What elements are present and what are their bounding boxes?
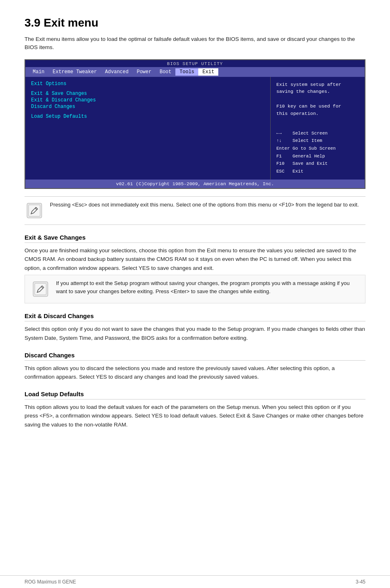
bios-nav-extreme[interactable]: Extreme Tweaker xyxy=(49,68,101,76)
intro-text: The Exit menu items allow you to load th… xyxy=(25,35,365,52)
bios-nav-advanced[interactable]: Advanced xyxy=(101,68,133,76)
pen-icon xyxy=(25,202,43,220)
bios-menu-load-defaults[interactable]: Load Setup Defaults xyxy=(31,114,264,119)
bios-menu-discard-changes[interactable]: Discard Changes xyxy=(31,104,264,110)
bios-right-panel: Exit system setup aftersaving the change… xyxy=(271,77,365,180)
bios-nav-power[interactable]: Power xyxy=(132,68,155,76)
page-title: 3.9 Exit menu xyxy=(25,16,365,29)
bios-navbar: Main Extreme Tweaker Advanced Power Boot… xyxy=(25,67,365,77)
bios-nav-main[interactable]: Main xyxy=(29,68,49,76)
heading-exit-discard: Exit & Discard Changes xyxy=(25,312,365,321)
bios-menu-exit-discard[interactable]: Exit & Discard Changes xyxy=(31,97,264,103)
sections-container: Exit & Save Changes Once you are finishe… xyxy=(25,234,365,429)
body-exit-save: Once you are finished making your select… xyxy=(25,246,365,273)
body-discard: This option allows you to discard the se… xyxy=(25,364,365,382)
footer-right: 3-45 xyxy=(356,579,365,585)
body-exit-discard: Select this option only if you do not wa… xyxy=(25,325,365,342)
bios-legend: ←→ Select Screen ↑↓ Select Item Enter Go… xyxy=(276,130,359,175)
page-footer: ROG Maximus II GENE 3-45 xyxy=(0,575,390,588)
svg-rect-1 xyxy=(29,205,40,216)
note-box-2: If you attempt to exit the Setup program… xyxy=(25,275,365,303)
note-box-1: Pressing <Esc> does not immediately exit… xyxy=(25,196,365,225)
bios-left-panel: Exit Options Exit & Save Changes Exit & … xyxy=(25,77,271,180)
bios-help-text: Exit system setup aftersaving the change… xyxy=(276,81,359,117)
bios-nav-exit[interactable]: Exit xyxy=(198,68,218,76)
pen-icon-2 xyxy=(31,280,49,298)
bios-footer: v02.61 (C)Copyright 1985-2009, American … xyxy=(25,180,365,188)
heading-load-defaults: Load Setup Defaults xyxy=(25,391,365,399)
bios-header: BIOS SETUP UTILITY xyxy=(25,60,365,67)
note-icon-2 xyxy=(31,279,50,299)
footer-left: ROG Maximus II GENE xyxy=(25,579,76,585)
note-icon-1 xyxy=(25,201,44,220)
bios-nav-tools[interactable]: Tools xyxy=(175,68,198,76)
svg-rect-3 xyxy=(35,283,46,295)
body-load-defaults: This option allows you to load the defau… xyxy=(25,403,365,429)
bios-screenshot: BIOS SETUP UTILITY Main Extreme Tweaker … xyxy=(25,59,365,189)
bios-section-title: Exit Options xyxy=(31,81,264,87)
heading-exit-save: Exit & Save Changes xyxy=(25,234,365,243)
note-text-2: If you attempt to exit the Setup program… xyxy=(56,279,359,295)
bios-menu-exit-save[interactable]: Exit & Save Changes xyxy=(31,91,264,97)
heading-discard: Discard Changes xyxy=(25,352,365,361)
bios-nav-boot[interactable]: Boot xyxy=(155,68,175,76)
note-text-1: Pressing <Esc> does not immediately exit… xyxy=(50,201,365,209)
bios-content: Exit Options Exit & Save Changes Exit & … xyxy=(25,77,365,180)
